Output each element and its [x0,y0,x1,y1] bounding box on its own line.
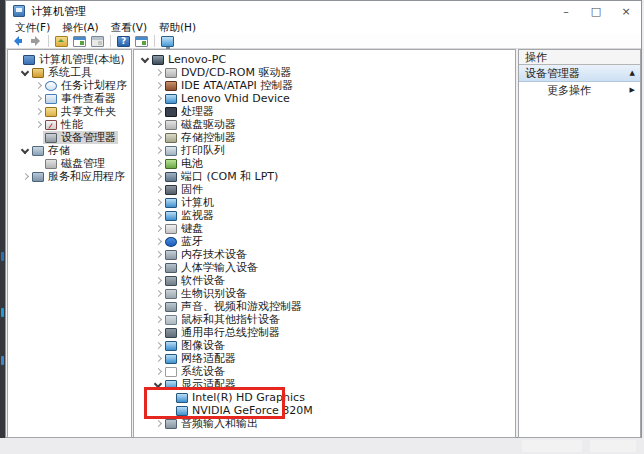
up-folder-icon[interactable] [54,35,69,48]
tree-item[interactable]: 固件 [134,183,515,196]
chevron-collapsed-icon[interactable] [20,170,30,183]
tree-item-label: 磁盘驱动器 [180,118,236,131]
menu-view[interactable]: 查看(V) [105,21,153,34]
tree-item[interactable]: 键盘 [134,222,515,235]
tree-item[interactable]: 人体学输入设备 [134,261,515,274]
tree-item[interactable]: 监视器 [134,209,515,222]
tree-item[interactable]: 软件设备 [134,274,515,287]
tree-item[interactable]: 鼠标和其他指针设备 [134,313,515,326]
tree-item[interactable]: Lenovo Vhid Device [134,92,515,105]
back-icon[interactable] [10,35,25,48]
tree-item[interactable]: 磁盘驱动器 [134,118,515,131]
chevron-expanded-icon[interactable] [20,144,30,157]
chevron-collapsed-icon[interactable] [153,209,163,222]
chevron-expanded-icon[interactable] [153,378,163,391]
chevron-collapsed-icon[interactable] [153,365,163,378]
chevron-collapsed-icon[interactable] [153,352,163,365]
chevron-collapsed-icon[interactable] [33,105,43,118]
chevron-collapsed-icon[interactable] [153,170,163,183]
chevron-collapsed-icon[interactable] [153,326,163,339]
tree-item[interactable]: 磁盘管理 [8,157,131,170]
tree-item[interactable]: 服务和应用程序 [8,170,131,183]
collapse-arrow-icon[interactable]: ▲ [630,69,635,77]
chevron-collapsed-icon[interactable] [153,222,163,235]
chevron-collapsed-icon[interactable] [33,79,43,92]
chevron-collapsed-icon[interactable] [153,157,163,170]
tree-item-label: Intel(R) HD Graphics [191,391,305,404]
show-console-tree-icon[interactable] [72,35,87,48]
chevron-collapsed-icon[interactable] [153,248,163,261]
actions-section-device-manager[interactable]: 设备管理器 ▲ [519,65,640,82]
tree-item[interactable]: 计算机 [134,196,515,209]
chevron-collapsed-icon[interactable] [153,66,163,79]
tree-item[interactable]: 计算机管理(本地) [8,53,131,66]
tree-item[interactable]: 事件查看器 [8,92,131,105]
tree-item[interactable]: 端口 (COM 和 LPT) [134,170,515,183]
chevron-collapsed-icon[interactable] [153,196,163,209]
tree-item[interactable]: 声音、视频和游戏控制器 [134,300,515,313]
tree-item-label: Lenovo-PC [167,53,226,66]
tree-item-label: 图像设备 [180,339,225,352]
help-icon[interactable]: ? [116,35,131,48]
chevron-collapsed-icon[interactable] [153,235,163,248]
chevron-collapsed-icon[interactable] [153,287,163,300]
tree-item[interactable]: Lenovo-PC [134,53,515,66]
properties-window-icon[interactable] [90,35,105,48]
tree-item[interactable]: 音频输入和输出 [134,417,515,430]
chevron-collapsed-icon[interactable] [153,144,163,157]
chevron-collapsed-icon[interactable] [153,79,163,92]
chevron-collapsed-icon[interactable] [153,313,163,326]
tree-item[interactable]: 存储 [8,144,131,157]
tree-item[interactable]: 图像设备 [134,339,515,352]
tree-item[interactable]: 电池 [134,157,515,170]
tree-item[interactable]: DVD/CD-ROM 驱动器 [134,66,515,79]
tree-item[interactable]: 处理器 [134,105,515,118]
monitor-view-icon[interactable] [160,35,175,48]
tree-item[interactable]: 内存技术设备 [134,248,515,261]
tree-item[interactable]: 生物识别设备 [134,287,515,300]
close-button[interactable]: × [611,1,641,21]
menu-file[interactable]: 文件(F) [9,21,56,34]
menu-help[interactable]: 帮助(H) [153,21,202,34]
maximize-button[interactable]: □ [581,1,611,21]
tree-item[interactable]: Intel(R) HD Graphics [134,391,515,404]
console-window-icon[interactable] [134,35,149,48]
minimize-button[interactable]: – [551,1,581,21]
tree-item[interactable]: 系统工具 [8,66,131,79]
tree-item-label: 处理器 [180,105,214,118]
chevron-collapsed-icon[interactable] [153,105,163,118]
tree-item[interactable]: 存储控制器 [134,131,515,144]
tree-item[interactable]: 通用串行总线控制器 [134,326,515,339]
tree-item[interactable]: 网络适配器 [134,352,515,365]
tree-item[interactable]: NVIDIA GeForce 820M [134,404,515,417]
forward-icon[interactable] [28,35,43,48]
tree-item[interactable]: 共享文件夹 [8,105,131,118]
chevron-collapsed-icon[interactable] [153,300,163,313]
chevron-collapsed-icon[interactable] [153,183,163,196]
chevron-collapsed-icon[interactable] [33,118,43,131]
tree-item[interactable]: IDE ATA/ATAPI 控制器 [134,79,515,92]
tree-item[interactable]: 系统设备 [134,365,515,378]
tree-item[interactable]: 任务计划程序 [8,79,131,92]
chevron-collapsed-icon[interactable] [153,261,163,274]
chevron-collapsed-icon[interactable] [153,274,163,287]
tree-item-label: 磁盘管理 [60,157,105,170]
tree-item[interactable]: 打印队列 [134,144,515,157]
chevron-collapsed-icon[interactable] [153,118,163,131]
tree-item[interactable]: 性能 [8,118,131,131]
tree-item[interactable]: 设备管理器 [8,131,131,144]
chevron-collapsed-icon[interactable] [153,131,163,144]
chevron-expanded-icon[interactable] [140,53,150,66]
menu-action[interactable]: 操作(A) [56,21,104,34]
chevron-collapsed-icon[interactable] [33,92,43,105]
chevron-collapsed-icon[interactable] [153,339,163,352]
actions-section-label: 设备管理器 [525,66,630,81]
chevron-expanded-icon[interactable] [20,66,30,79]
more-actions-item[interactable]: 更多操作 ▶ [519,82,640,98]
chevron-collapsed-icon[interactable] [153,417,163,430]
tree-item-label: 键盘 [180,222,203,235]
chevron-placeholder [11,53,21,66]
tree-item[interactable]: 蓝牙 [134,235,515,248]
tree-item[interactable]: 显示适配器 [134,378,515,391]
chevron-collapsed-icon[interactable] [153,92,163,105]
